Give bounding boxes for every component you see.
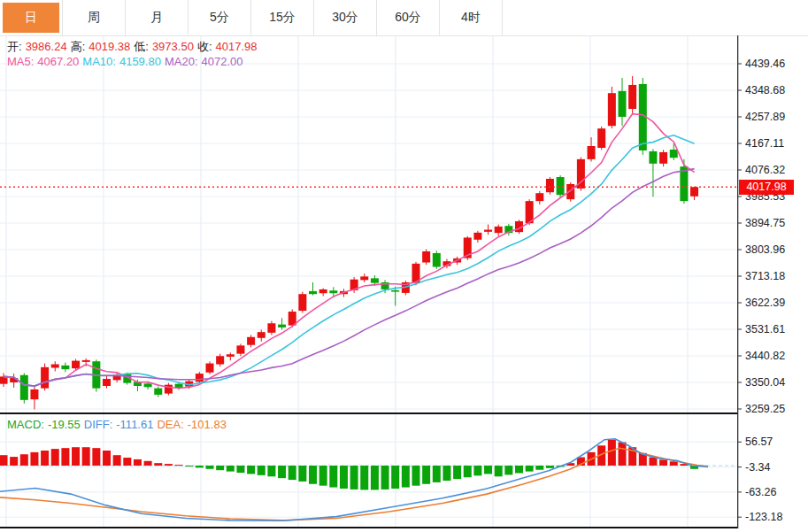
candle[interactable] bbox=[690, 187, 698, 200]
interval-tabbar: 日周月5分15分30分60分4时 bbox=[0, 0, 808, 36]
candle[interactable] bbox=[236, 343, 244, 356]
low-label: 低: bbox=[134, 40, 149, 53]
kline-app-window: 日周月5分15分30分60分4时 开:3986.24高:4019.38低:397… bbox=[0, 0, 808, 532]
low-value: 3973.50 bbox=[152, 40, 194, 53]
candle[interactable] bbox=[588, 137, 596, 161]
candle[interactable] bbox=[298, 292, 306, 313]
candle[interactable] bbox=[319, 289, 327, 297]
ma20-line bbox=[4, 169, 695, 387]
candle[interactable] bbox=[597, 127, 605, 150]
candle[interactable] bbox=[227, 352, 235, 360]
chart-area[interactable]: 开:3986.24高:4019.38低:3973.50收:4017.98 MA5… bbox=[0, 35, 808, 532]
candle[interactable] bbox=[577, 158, 585, 191]
price-axis-line bbox=[737, 35, 738, 528]
tab-label: 月 bbox=[126, 0, 188, 35]
axis-tick-label: 3259.25 bbox=[745, 402, 785, 416]
tab-day[interactable]: 日 bbox=[0, 0, 63, 35]
tab-label: 5分 bbox=[189, 0, 250, 35]
axis-tick-label: 4167.11 bbox=[745, 136, 784, 150]
candle[interactable] bbox=[484, 225, 492, 235]
candle[interactable] bbox=[20, 373, 28, 403]
candle[interactable] bbox=[659, 150, 667, 166]
axis-tick-label: 56.57 bbox=[745, 435, 773, 449]
candle[interactable] bbox=[619, 78, 627, 126]
candle[interactable] bbox=[495, 225, 503, 236]
tab-label: 日 bbox=[3, 3, 59, 33]
axis-tick-label: 3894.75 bbox=[745, 216, 785, 230]
axis-tick-label: -123.18 bbox=[745, 510, 782, 524]
tab-month[interactable]: 月 bbox=[126, 0, 189, 35]
candle[interactable] bbox=[649, 149, 657, 197]
candle[interactable] bbox=[154, 387, 162, 397]
open-value: 3986.24 bbox=[26, 40, 67, 53]
axis-tick-label: 3803.96 bbox=[745, 243, 785, 257]
axis-tick-label: -63.26 bbox=[745, 485, 776, 499]
candle[interactable] bbox=[422, 250, 430, 266]
ma10-label: MA10: bbox=[82, 55, 116, 68]
ma5-value: 4067.20 bbox=[37, 55, 79, 68]
bottom-border bbox=[0, 527, 737, 528]
tab-label: 4时 bbox=[440, 0, 502, 35]
close-value: 4017.98 bbox=[216, 40, 258, 53]
candle[interactable] bbox=[526, 199, 534, 225]
candle[interactable] bbox=[61, 363, 69, 373]
diff-label: DIFF: bbox=[84, 418, 113, 431]
axis-tick-label: 3350.04 bbox=[745, 375, 785, 389]
candle[interactable] bbox=[608, 87, 616, 128]
ma5-label: MA5: bbox=[7, 55, 34, 68]
panel-separator bbox=[0, 412, 737, 414]
candle[interactable] bbox=[165, 383, 173, 396]
candle[interactable] bbox=[30, 387, 38, 409]
candle[interactable] bbox=[433, 251, 441, 268]
candle[interactable] bbox=[267, 321, 275, 335]
axis-tick-label: 4257.89 bbox=[745, 110, 785, 124]
candle[interactable] bbox=[309, 282, 317, 296]
axis-tick-label: 3531.61 bbox=[745, 322, 785, 336]
macd-readout: MACD:-19.55DIFF:-111.61DEA:-101.83 bbox=[7, 418, 230, 431]
candle[interactable] bbox=[10, 374, 18, 388]
candle[interactable] bbox=[247, 335, 255, 347]
candle[interactable] bbox=[628, 76, 636, 113]
axis-tick-label: 3622.39 bbox=[745, 296, 785, 310]
axis-tick-label: -3.34 bbox=[745, 460, 771, 474]
candle[interactable] bbox=[41, 364, 49, 391]
high-value: 4019.38 bbox=[88, 40, 130, 53]
kline-chart-svg[interactable] bbox=[0, 35, 808, 532]
tab-30min[interactable]: 30分 bbox=[314, 0, 377, 35]
candle[interactable] bbox=[278, 318, 286, 329]
candle[interactable] bbox=[196, 372, 204, 383]
candle[interactable] bbox=[535, 191, 543, 204]
last-price-marker: 4017.98 bbox=[739, 180, 794, 195]
ma10-value: 4159.80 bbox=[119, 55, 161, 68]
dea-label: DEA: bbox=[157, 418, 183, 431]
axis-tick-label: 3713.18 bbox=[745, 269, 785, 283]
macd-label: MACD: bbox=[7, 418, 44, 431]
tab-60min[interactable]: 60分 bbox=[377, 0, 440, 35]
candle[interactable] bbox=[258, 330, 265, 342]
diff-value: -111.61 bbox=[116, 418, 153, 431]
candle[interactable] bbox=[51, 361, 59, 371]
candle[interactable] bbox=[546, 177, 554, 195]
ma20-value: 4072.00 bbox=[202, 55, 243, 68]
tab-4hour[interactable]: 4时 bbox=[440, 0, 503, 35]
candlestick-series[interactable] bbox=[0, 76, 698, 409]
ma20-label: MA20: bbox=[165, 55, 198, 68]
candle[interactable] bbox=[206, 361, 214, 374]
candle[interactable] bbox=[680, 159, 688, 204]
tab-label: 60分 bbox=[377, 0, 439, 35]
axis-tick-label: 4439.46 bbox=[745, 57, 785, 71]
candle[interactable] bbox=[473, 231, 481, 243]
high-label: 高: bbox=[71, 40, 86, 53]
tab-15min[interactable]: 15分 bbox=[251, 0, 314, 35]
axis-tick-label: 4348.68 bbox=[745, 83, 785, 97]
axis-tick-label: 4076.32 bbox=[745, 163, 785, 177]
tab-label: 15分 bbox=[251, 0, 313, 35]
candle[interactable] bbox=[360, 274, 368, 282]
ma-readout: MA5:4067.20MA10:4159.80MA20:4072.00 bbox=[7, 55, 247, 68]
candle[interactable] bbox=[670, 143, 678, 160]
tab-5min[interactable]: 5分 bbox=[189, 0, 251, 35]
tab-week[interactable]: 周 bbox=[63, 0, 126, 35]
axis-tick-label: 3440.82 bbox=[745, 349, 785, 363]
tab-label: 周 bbox=[63, 0, 125, 35]
close-label: 收: bbox=[197, 40, 212, 53]
